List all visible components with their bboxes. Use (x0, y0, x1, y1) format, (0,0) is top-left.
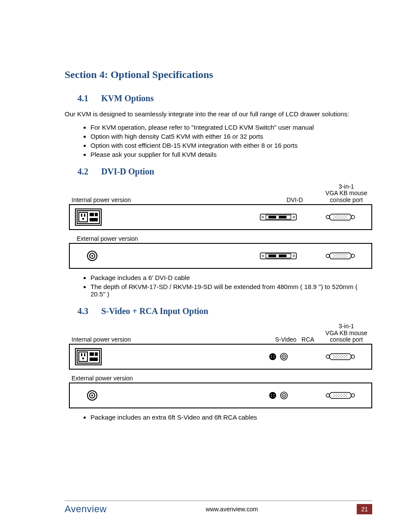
subsection-title: KVM Options (101, 93, 154, 103)
svg-point-71 (269, 353, 276, 360)
svg-point-122 (333, 397, 334, 398)
svg-point-92 (333, 358, 334, 359)
svg-rect-4 (84, 214, 85, 217)
svg-rect-7 (95, 213, 98, 216)
svg-point-103 (274, 394, 274, 395)
page-footer: Avenview www.avenview.com 21 (65, 501, 372, 515)
subsection-4-1: 4.1 KVM Options (78, 93, 372, 103)
svg-point-110 (351, 394, 355, 397)
s-video-port-icon (269, 392, 277, 399)
svg-point-72 (271, 355, 272, 356)
rca-port-icon (280, 353, 288, 361)
list-item: Option with high density Cat5 KVM with e… (90, 133, 372, 140)
subsection-number: 4.3 (78, 306, 99, 316)
svg-point-96 (344, 358, 345, 359)
svg-point-28 (333, 218, 334, 219)
svg-point-58 (339, 257, 339, 258)
svg-point-109 (326, 394, 330, 397)
dvi-d-port-icon (260, 212, 297, 222)
intro-paragraph: Our KVM is designed to seamlessly integr… (65, 110, 372, 118)
svg-point-31 (341, 218, 342, 219)
svg-point-111 (333, 394, 334, 395)
svg-point-10 (262, 216, 264, 218)
svg-point-120 (342, 395, 343, 396)
dc-jack-icon (87, 250, 98, 261)
svg-point-114 (341, 394, 342, 395)
dvi-bullets: Package includes a 6' DVI-D cable The de… (82, 274, 372, 298)
svg-point-124 (339, 397, 339, 398)
external-power-label: External power version (69, 235, 372, 242)
svg-rect-42 (279, 255, 286, 257)
svg-point-125 (341, 397, 342, 398)
svg-point-101 (269, 392, 276, 399)
svg-point-74 (271, 357, 272, 358)
dvi-d-label: DVI-D (269, 196, 321, 203)
svideo-internal-block: Internal power version S-Video RCA 3-in-… (69, 323, 372, 370)
dvi-internal-block: Internal power version DVI-D 3-in-1 VGA … (69, 184, 372, 230)
svg-point-59 (341, 257, 342, 258)
svg-point-57 (336, 257, 337, 258)
kvm-bullets: For KVM operation, please refer to "Inte… (82, 124, 372, 158)
svg-point-113 (339, 394, 339, 395)
svg-point-22 (346, 215, 347, 216)
svg-point-49 (344, 254, 345, 255)
svg-point-105 (274, 396, 274, 397)
svg-rect-2 (79, 212, 87, 222)
rear-panel-internal (69, 204, 372, 230)
rca-port-icon (280, 392, 288, 399)
vga-port-icon (325, 212, 355, 222)
svg-point-50 (346, 254, 347, 255)
svg-point-89 (340, 357, 341, 358)
svg-point-44 (351, 254, 355, 258)
page-number: 21 (357, 504, 372, 514)
subsection-title: DVI-D Option (101, 167, 154, 176)
svg-point-93 (336, 358, 337, 359)
svg-rect-41 (268, 255, 276, 257)
svg-point-94 (339, 358, 339, 359)
svg-rect-70 (90, 358, 98, 361)
footer-url: www.avenview.com (107, 506, 357, 513)
brand-logo: Avenview (65, 504, 107, 515)
svg-point-51 (335, 255, 336, 256)
svg-point-26 (342, 217, 343, 218)
svg-point-52 (337, 255, 338, 256)
list-item: For KVM operation, please refer to "Inte… (90, 124, 372, 131)
list-item: The depth of RKVM-17-SD / RKVM-19-SD wil… (90, 283, 372, 298)
svg-point-60 (344, 257, 345, 258)
svg-point-38 (262, 255, 264, 257)
s-video-port-icon (269, 353, 277, 361)
rear-panel-internal (69, 344, 372, 370)
svg-point-73 (274, 355, 274, 356)
svg-point-104 (271, 396, 272, 397)
iec-power-inlet-icon (75, 348, 102, 365)
svg-point-115 (344, 394, 345, 395)
svg-point-29 (336, 218, 337, 219)
svg-point-23 (335, 217, 336, 218)
svg-point-121 (345, 395, 346, 396)
svideo-bullets: Package includes an extra 6ft S-Video an… (82, 414, 372, 421)
subsection-4-2: 4.2 DVI-D Option (78, 167, 372, 177)
svg-point-32 (344, 218, 345, 219)
svg-point-86 (346, 355, 347, 356)
svg-point-61 (346, 257, 347, 258)
svg-rect-3 (81, 214, 82, 217)
svg-point-83 (339, 355, 339, 356)
svg-point-75 (274, 357, 274, 358)
list-item: Package includes a 6' DVI-D cable (90, 274, 372, 281)
dvi-d-port-icon (260, 251, 297, 261)
subsection-4-3: 4.3 S-Video + RCA Input Option (78, 306, 372, 316)
svg-point-112 (336, 394, 337, 395)
svg-point-18 (336, 215, 337, 216)
svg-point-20 (341, 215, 342, 216)
svg-point-81 (333, 355, 334, 356)
svg-point-24 (337, 217, 338, 218)
svg-point-30 (339, 218, 339, 219)
svg-point-119 (340, 395, 341, 396)
svg-point-36 (91, 255, 93, 257)
svg-point-95 (341, 358, 342, 359)
svg-point-102 (271, 394, 272, 395)
svg-point-46 (336, 254, 337, 255)
svg-rect-6 (90, 213, 94, 216)
svideo-external-block: External power version (69, 375, 372, 408)
svg-point-116 (346, 394, 347, 395)
